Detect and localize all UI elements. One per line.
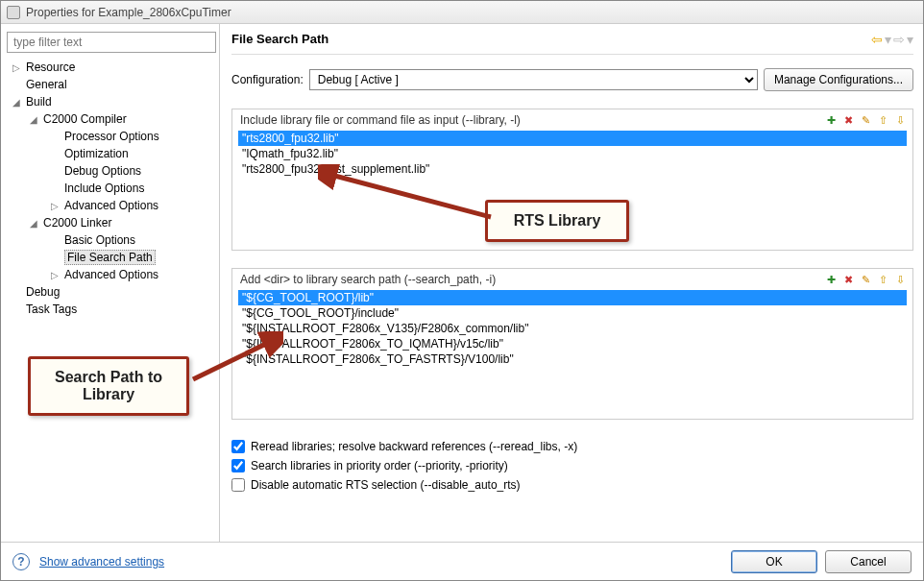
- list-item[interactable]: "${CG_TOOL_ROOT}/include": [238, 305, 907, 321]
- tree-processor-options[interactable]: Processor Options: [5, 128, 215, 145]
- tree-optimization[interactable]: Optimization: [5, 145, 215, 162]
- move-up-icon[interactable]: ⇧: [876, 273, 889, 286]
- tree-build[interactable]: ◢Build: [5, 93, 215, 110]
- tree-resource[interactable]: ▷Resource: [5, 59, 215, 76]
- titlebar: Properties for Example_2806xCpuTimer: [1, 1, 923, 24]
- manage-configurations-button[interactable]: Manage Configurations...: [764, 68, 913, 91]
- move-down-icon[interactable]: ⇩: [893, 273, 907, 286]
- list-item[interactable]: "${CG_TOOL_ROOT}/lib": [238, 290, 907, 305]
- tree-file-search-path[interactable]: File Search Path: [5, 249, 215, 266]
- configuration-row: Configuration: Debug [ Active ] Manage C…: [231, 68, 913, 91]
- configuration-select[interactable]: Debug [ Active ]: [309, 69, 758, 90]
- options-checks: Reread libraries; resolve backward refer…: [231, 437, 913, 495]
- reread-checkbox[interactable]: [231, 440, 245, 453]
- list-item[interactable]: "IQmath_fpu32.lib": [238, 146, 907, 161]
- search-path-toolbar: ✚ ✖ ✎ ⇧ ⇩: [824, 273, 907, 286]
- tree-compiler-advanced[interactable]: ▷Advanced Options: [5, 197, 215, 214]
- help-icon[interactable]: ?: [12, 553, 30, 570]
- tree-debug[interactable]: Debug: [5, 283, 215, 301]
- tree-basic-options[interactable]: Basic Options: [5, 231, 215, 249]
- tree-linker-advanced[interactable]: ▷Advanced Options: [5, 266, 215, 283]
- include-library-toolbar: ✚ ✖ ✎ ⇧ ⇩: [824, 113, 907, 127]
- forward-menu-icon[interactable]: ▾: [907, 32, 913, 47]
- bottom-bar: ? Show advanced settings OK Cancel: [1, 542, 923, 580]
- callout-rts-library: RTS Library: [485, 200, 629, 242]
- left-pane: ▷Resource General ◢Build ◢C2000 Compiler…: [1, 24, 220, 543]
- search-path-group: Add <dir> to library search path (--sear…: [231, 268, 913, 420]
- tree-task-tags[interactable]: Task Tags: [5, 301, 215, 318]
- tree-debug-options[interactable]: Debug Options: [5, 162, 215, 180]
- priority-check[interactable]: Search libraries in priority order (--pr…: [231, 456, 913, 475]
- list-item[interactable]: "rts2800_fpu32_fast_supplement.lib": [238, 161, 907, 177]
- tree-c2000-linker[interactable]: ◢C2000 Linker: [5, 214, 215, 231]
- content-area: ▷Resource General ◢Build ◢C2000 Compiler…: [1, 24, 923, 543]
- window-title: Properties for Example_2806xCpuTimer: [26, 6, 231, 19]
- disable-auto-checkbox[interactable]: [231, 478, 245, 492]
- move-down-icon[interactable]: ⇩: [893, 113, 907, 127]
- edit-icon[interactable]: ✎: [859, 273, 872, 286]
- page-title: File Search Path: [231, 32, 913, 46]
- nav-tree: ▷Resource General ◢Build ◢C2000 Compiler…: [5, 59, 215, 318]
- priority-checkbox[interactable]: [231, 459, 245, 472]
- delete-icon[interactable]: ✖: [841, 113, 855, 127]
- forward-icon[interactable]: ⇨: [893, 32, 905, 47]
- ok-button[interactable]: OK: [731, 550, 817, 573]
- back-icon[interactable]: ⇦: [871, 32, 883, 47]
- back-menu-icon[interactable]: ▾: [885, 32, 891, 47]
- search-path-label: Add <dir> to library search path (--sear…: [240, 273, 496, 286]
- edit-icon[interactable]: ✎: [859, 113, 872, 127]
- move-up-icon[interactable]: ⇧: [876, 113, 889, 127]
- tree-c2000-compiler[interactable]: ◢C2000 Compiler: [5, 110, 215, 128]
- add-icon[interactable]: ✚: [824, 273, 838, 286]
- configuration-label: Configuration:: [231, 73, 304, 86]
- delete-icon[interactable]: ✖: [841, 273, 855, 286]
- app-icon: [7, 6, 20, 19]
- cancel-button[interactable]: Cancel: [825, 550, 912, 573]
- add-icon[interactable]: ✚: [824, 113, 838, 127]
- right-pane: File Search Path ⇦ ▾ ⇨ ▾ Configuration: …: [220, 24, 923, 543]
- search-path-list[interactable]: "${CG_TOOL_ROOT}/lib" "${CG_TOOL_ROOT}/i…: [238, 290, 907, 413]
- list-item[interactable]: "${INSTALLROOT_F2806x_V135}/F2806x_commo…: [238, 321, 907, 336]
- include-library-label: Include library file or command file as …: [240, 113, 521, 127]
- callout-search-path: Search Path to Library: [28, 356, 189, 416]
- show-advanced-link[interactable]: Show advanced settings: [39, 555, 164, 569]
- reread-check[interactable]: Reread libraries; resolve backward refer…: [231, 437, 913, 456]
- filter-input[interactable]: [7, 32, 216, 53]
- tree-general[interactable]: General: [5, 76, 215, 93]
- tree-include-options[interactable]: Include Options: [5, 180, 215, 197]
- list-item[interactable]: "${INSTALLROOT_F2806x_TO_IQMATH}/v15c/li…: [238, 336, 907, 351]
- list-item[interactable]: "${INSTALLROOT_F2806x_TO_FASTRTS}/V100/l…: [238, 351, 907, 367]
- disable-auto-check[interactable]: Disable automatic RTS selection (--disab…: [231, 475, 913, 495]
- nav-arrows: ⇦ ▾ ⇨ ▾: [871, 32, 913, 47]
- list-item[interactable]: "rts2800_fpu32.lib": [238, 131, 907, 146]
